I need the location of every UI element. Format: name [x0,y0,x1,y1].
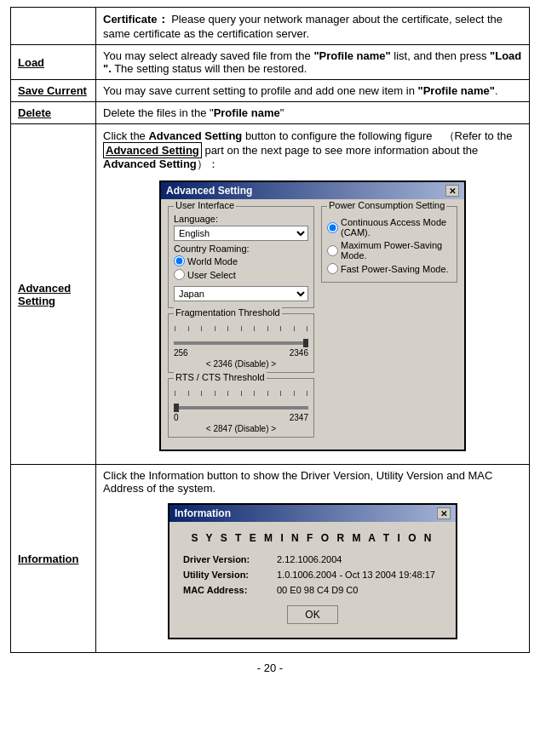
world-mode-radio-row: World Mode [174,255,308,266]
tick11 [307,326,307,331]
power-group: Power Consumption Setting Continuous Acc… [321,206,457,283]
rtick9 [280,391,281,396]
max-power-radio[interactable] [327,245,338,256]
mac-value: 00 E0 98 C4 D9 C0 [277,585,358,595]
rts-threshold-group: RTS / CTS Threshold [168,378,314,438]
user-interface-content: Language: English Japanese Traditional C… [174,214,308,304]
rts-slider-area: 0 2347 < 2847 (Disable) > [174,391,308,433]
tick10 [294,326,295,331]
max-power-label: Maximum Power-Saving Mode. [341,240,451,261]
user-select-radio[interactable] [174,269,185,280]
driver-label: Driver Version: [183,554,277,564]
certificate-text: Certificate： Please query your network m… [96,8,530,45]
rtick1 [175,391,175,396]
adv-bold3: Advanced Setting [103,158,197,170]
tick4 [215,326,215,331]
info-dialog-close[interactable]: ✕ [437,507,451,519]
advanced-label-line2: Setting [18,295,55,307]
save-current-text: You may save current setting to profile … [96,80,530,102]
tick8 [267,326,268,331]
world-mode-label: World Mode [187,256,238,266]
tick6 [241,326,242,331]
user-interface-title: User Interface [174,200,236,210]
advanced-intro: Click the Advanced Setting button to con… [103,129,522,172]
mac-label: MAC Address: [183,585,277,595]
cert-bold: Certificate： [103,13,169,26]
rtick11 [307,391,307,396]
country-select[interactable]: Japan [174,286,308,301]
utility-version-row: Utility Version: 1.0.1006.2004 - Oct 13 … [183,570,442,580]
fast-power-radio[interactable] [327,263,338,274]
information-label-text: Information [18,553,79,565]
certificate-label [11,8,96,45]
rts-tick-row [174,391,308,396]
frag-title: Fragmentation Threshold [174,307,282,318]
load-label: Load [11,45,96,80]
frag-slider-area: 256 2346 < 2346 (Disable) > [174,326,308,369]
information-intro: Click the Information button to show the… [103,469,522,495]
advanced-label-line1: Advanced [18,282,71,295]
delete-profile-bold: Profile name [214,106,280,119]
power-group-content: Continuous Access Mode (CAM). Maximum Po… [327,217,451,274]
rts-slider-labels: 0 2347 [174,413,308,422]
mac-address-row: MAC Address: 00 E0 98 C4 D9 C0 [183,585,442,595]
rts-title: RTS / CTS Threshold [174,372,267,382]
rtick2 [188,391,189,396]
rts-slider-track[interactable] [174,406,308,410]
save-current-label: Save Current [11,80,96,102]
load-text: You may select already saved file from t… [96,45,530,80]
rts-min: 0 [174,413,179,422]
rtick6 [241,391,242,396]
tick7 [254,326,255,331]
adv-bold2: Advanced Setting [103,142,202,158]
rts-max: 2347 [290,413,308,422]
information-label: Information [11,465,96,653]
user-select-label: User Select [187,270,236,280]
language-label: Language: [174,214,308,224]
info-dialog-title: Information [175,507,231,519]
max-power-radio-row: Maximum Power-Saving Mode. [327,240,451,261]
frag-slider-track[interactable] [174,341,308,345]
advanced-dialog-title: Advanced Setting [166,185,252,197]
advanced-dialog: Advanced Setting ✕ User Interface Langua… [159,180,466,451]
driver-value: 2.12.1006.2004 [277,554,342,564]
frag-min: 256 [174,348,188,358]
rtick10 [294,391,295,396]
information-dialog: Information ✕ S Y S T E M I N F O R M A … [168,503,457,639]
load-profile-bold: "Profile name" [313,49,390,62]
rtick3 [201,391,202,396]
delete-label: Delete [11,102,96,124]
tick1 [175,326,175,331]
delete-text: Delete the files in the "Profile name" [96,102,530,124]
frag-threshold-group: Fragmentation Threshold [168,313,314,373]
information-text: Click the Information button to show the… [96,465,530,653]
cam-label: Continuous Access Mode (CAM). [341,217,451,238]
cam-radio[interactable] [327,222,338,233]
rtick5 [227,391,228,396]
utility-label: Utility Version: [183,570,277,580]
frag-max: 2346 [290,348,308,358]
info-ok-button[interactable]: OK [287,605,337,624]
rtick4 [215,391,215,396]
tick2 [188,326,189,331]
advanced-dialog-close[interactable]: ✕ [445,185,459,197]
advanced-setting-label: Advanced Setting [11,124,96,465]
frag-slider-labels: 256 2346 [174,348,308,358]
power-group-title: Power Consumption Setting [327,200,446,210]
info-dialog-body: S Y S T E M I N F O R M A T I O N Driver… [169,522,456,638]
advanced-dialog-right: Power Consumption Setting Continuous Acc… [321,206,457,443]
country-roaming-label: Country Roaming: [174,243,308,254]
language-select[interactable]: English Japanese Traditional Chinese Sim… [174,226,308,241]
page-number: - 20 - [10,662,530,674]
advanced-dialog-titlebar: Advanced Setting ✕ [161,182,464,199]
user-interface-group: User Interface Language: English Japanes… [168,206,314,308]
adv-bold1: Advanced Setting [148,129,242,142]
advanced-setting-text: Click the Advanced Setting button to con… [96,124,530,465]
utility-value: 1.0.1006.2004 - Oct 13 2004 19:48:17 [277,570,435,580]
frag-slider-thumb[interactable] [303,339,308,347]
tick9 [280,326,281,331]
world-mode-radio[interactable] [174,255,185,266]
tick3 [201,326,202,331]
system-info-title: S Y S T E M I N F O R M A T I O N [183,532,442,544]
rts-slider-thumb[interactable] [174,404,179,412]
